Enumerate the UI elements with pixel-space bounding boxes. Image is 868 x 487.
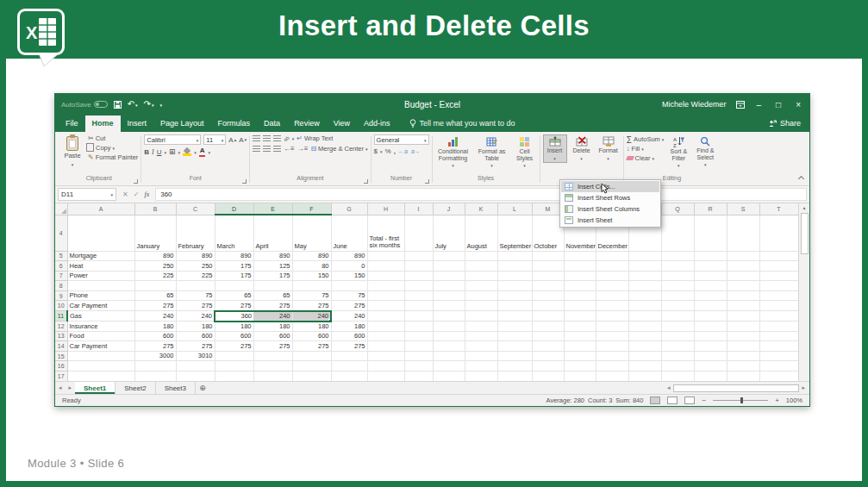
column-header-K[interactable]: K bbox=[465, 203, 497, 215]
cell-J8[interactable] bbox=[433, 281, 465, 291]
zoom-slider[interactable] bbox=[713, 400, 768, 401]
cell-T15[interactable] bbox=[759, 351, 798, 361]
row-header-10[interactable]: 10 bbox=[55, 301, 67, 311]
column-header-A[interactable]: A bbox=[67, 203, 134, 215]
cell-P12[interactable] bbox=[628, 322, 661, 332]
fill-handle[interactable] bbox=[328, 319, 331, 322]
cell-I15[interactable] bbox=[404, 351, 433, 361]
column-header-I[interactable]: I bbox=[404, 203, 433, 215]
cell-D10[interactable]: 275 bbox=[215, 301, 253, 311]
cell-I9[interactable] bbox=[404, 290, 433, 301]
cell-Q15[interactable] bbox=[661, 351, 694, 361]
cell-S11[interactable] bbox=[727, 311, 759, 322]
row-header-14[interactable]: 14 bbox=[55, 341, 67, 352]
sheet-tab-sheet2[interactable]: Sheet2 bbox=[116, 382, 155, 394]
cell-H14[interactable] bbox=[367, 341, 404, 352]
cell-I8[interactable] bbox=[404, 281, 433, 291]
font-color-button[interactable]: A bbox=[199, 147, 206, 157]
cell-K9[interactable] bbox=[465, 290, 497, 301]
tell-me-box[interactable]: Tell me what you want to do bbox=[409, 119, 515, 132]
cell-A4[interactable] bbox=[67, 215, 134, 251]
cell-F13[interactable]: 600 bbox=[292, 331, 331, 341]
cell-E15[interactable] bbox=[253, 351, 292, 361]
cell-O6[interactable] bbox=[596, 261, 628, 272]
cell-J9[interactable] bbox=[433, 290, 465, 301]
vertical-scrollbar[interactable]: ▴ bbox=[798, 203, 809, 381]
number-format-select[interactable]: General bbox=[374, 134, 429, 145]
cell-O8[interactable] bbox=[596, 281, 628, 291]
cell-N15[interactable] bbox=[564, 351, 596, 361]
select-all-button[interactable] bbox=[55, 203, 67, 215]
cell-F7[interactable]: 150 bbox=[292, 271, 331, 281]
cell-C14[interactable]: 275 bbox=[176, 341, 215, 352]
cell-J10[interactable] bbox=[433, 301, 465, 311]
cell-E7[interactable]: 175 bbox=[253, 271, 292, 281]
cell-I5[interactable] bbox=[404, 251, 433, 261]
confirm-entry-icon[interactable]: ✓ bbox=[134, 190, 140, 198]
sheet-nav-next-icon[interactable]: ▸ bbox=[66, 382, 76, 394]
cell-D14[interactable]: 275 bbox=[215, 341, 253, 352]
grow-font-button[interactable]: A▴ bbox=[228, 136, 236, 144]
italic-button[interactable]: I bbox=[152, 148, 154, 156]
page-break-view-button[interactable] bbox=[684, 396, 695, 404]
cell-N11[interactable] bbox=[564, 311, 596, 322]
undo-button[interactable]: ↶ bbox=[128, 100, 138, 109]
cell-A17[interactable] bbox=[67, 371, 134, 381]
column-header-R[interactable]: R bbox=[694, 203, 727, 215]
cell-I7[interactable] bbox=[404, 271, 433, 281]
cell-K7[interactable] bbox=[465, 271, 497, 281]
cell-L13[interactable] bbox=[497, 331, 532, 341]
cell-S16[interactable] bbox=[727, 361, 759, 371]
insert-cells-button[interactable]: Insert bbox=[543, 134, 567, 163]
cell-B14[interactable]: 275 bbox=[134, 341, 176, 352]
cell-R13[interactable] bbox=[694, 331, 727, 341]
cell-G17[interactable] bbox=[331, 371, 367, 381]
column-header-E[interactable]: E bbox=[253, 203, 292, 215]
cell-T10[interactable] bbox=[759, 301, 798, 311]
cell-O12[interactable] bbox=[596, 322, 628, 332]
cell-P17[interactable] bbox=[628, 371, 661, 381]
cell-styles-button[interactable]: Cell Styles bbox=[513, 134, 537, 171]
scroll-up-icon[interactable]: ▴ bbox=[802, 203, 805, 213]
tab-review[interactable]: Review bbox=[287, 116, 327, 132]
menu-item-insert-sheet-columns[interactable]: Insert Sheet Columns bbox=[561, 203, 659, 215]
cell-T12[interactable] bbox=[759, 322, 798, 332]
cell-B12[interactable]: 180 bbox=[134, 322, 176, 332]
cell-N10[interactable] bbox=[564, 301, 596, 311]
insert-function-icon[interactable]: fx bbox=[144, 190, 149, 198]
cell-S17[interactable] bbox=[727, 371, 759, 381]
cell-D4[interactable]: March bbox=[215, 215, 253, 251]
cell-J4[interactable]: July bbox=[433, 215, 465, 251]
cell-J15[interactable] bbox=[433, 351, 465, 361]
paste-button[interactable]: Paste bbox=[59, 134, 85, 170]
row-header-4[interactable]: 4 bbox=[55, 215, 67, 251]
cell-H7[interactable] bbox=[367, 271, 404, 281]
cell-T13[interactable] bbox=[759, 331, 798, 341]
cell-A13[interactable]: Food bbox=[67, 331, 134, 341]
cell-C15[interactable]: 3010 bbox=[176, 351, 215, 361]
cell-R12[interactable] bbox=[694, 322, 727, 332]
underline-button[interactable]: U bbox=[157, 148, 162, 156]
cell-A6[interactable]: Heat bbox=[67, 261, 134, 272]
cell-H11[interactable] bbox=[367, 311, 404, 322]
column-header-J[interactable]: J bbox=[433, 203, 465, 215]
autosum-button[interactable]: ∑AutoSum bbox=[627, 134, 665, 143]
cell-O9[interactable] bbox=[596, 290, 628, 301]
cell-M16[interactable] bbox=[532, 361, 564, 371]
cell-F6[interactable]: 80 bbox=[292, 261, 331, 272]
cell-R7[interactable] bbox=[694, 271, 727, 281]
cell-K12[interactable] bbox=[465, 322, 497, 332]
cell-A15[interactable] bbox=[67, 351, 134, 361]
cell-M10[interactable] bbox=[532, 301, 564, 311]
cell-T9[interactable] bbox=[759, 290, 798, 301]
wrap-text-button[interactable]: ↵Wrap Text bbox=[297, 134, 333, 142]
accounting-format-button[interactable]: $ bbox=[374, 147, 378, 155]
cut-button[interactable]: Cut bbox=[88, 134, 138, 142]
cell-Q5[interactable] bbox=[661, 251, 694, 261]
cell-K17[interactable] bbox=[465, 371, 497, 381]
cell-M9[interactable] bbox=[532, 290, 564, 301]
percent-style-button[interactable]: % bbox=[385, 147, 391, 155]
conditional-formatting-button[interactable]: Conditional Formatting bbox=[435, 134, 471, 171]
cell-K8[interactable] bbox=[465, 281, 497, 291]
row-header-7[interactable]: 7 bbox=[55, 271, 67, 281]
